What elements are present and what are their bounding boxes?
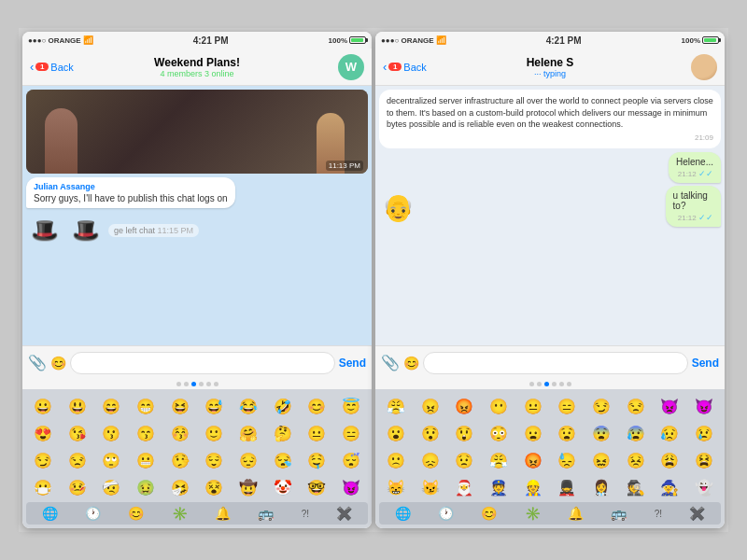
emoji-24[interactable]: 😬 bbox=[129, 447, 162, 473]
r-emoji-6[interactable]: 😑 bbox=[551, 393, 585, 419]
emoji-21[interactable]: 😏 bbox=[26, 447, 60, 473]
emoji-btn-left[interactable]: 😊 bbox=[50, 356, 66, 371]
r-emoji-21[interactable]: 🙁 bbox=[379, 447, 413, 473]
emoji-33[interactable]: 🤕 bbox=[94, 474, 128, 500]
r-emoji-22[interactable]: 😞 bbox=[414, 447, 447, 473]
emoji-tool-asterisk[interactable]: ✳️ bbox=[172, 506, 188, 521]
emoji-13[interactable]: 😗 bbox=[94, 420, 128, 446]
r-emoji-5[interactable]: 😐 bbox=[516, 393, 550, 419]
emoji-14[interactable]: 😙 bbox=[129, 420, 162, 446]
emoji-35[interactable]: 🤧 bbox=[163, 474, 197, 500]
emoji-15[interactable]: 😚 bbox=[163, 420, 197, 446]
r-emoji-29[interactable]: 😩 bbox=[654, 447, 687, 473]
r-emoji-12[interactable]: 😯 bbox=[414, 420, 447, 446]
r-emoji-40[interactable]: 👻 bbox=[687, 474, 721, 500]
r-emoji-13[interactable]: 😲 bbox=[447, 420, 481, 446]
r-emoji-31[interactable]: 😸 bbox=[379, 474, 413, 500]
back-button-right[interactable]: ‹ 1 Back bbox=[383, 60, 427, 74]
send-button-right[interactable]: Send bbox=[692, 357, 719, 370]
emoji-tool-r-globe[interactable]: 🌐 bbox=[395, 506, 411, 521]
emoji-tool-r-bell[interactable]: 🔔 bbox=[568, 506, 584, 521]
emoji-tool-clock[interactable]: 🕐 bbox=[85, 506, 101, 521]
r-emoji-33[interactable]: 🎅 bbox=[447, 474, 481, 500]
emoji-tool-symbols[interactable]: ?! bbox=[302, 509, 309, 519]
emoji-tool-r-face[interactable]: 😊 bbox=[481, 506, 497, 521]
emoji-37[interactable]: 🤠 bbox=[232, 474, 265, 500]
emoji-22[interactable]: 😒 bbox=[61, 447, 94, 473]
emoji-tool-r-car[interactable]: 🚌 bbox=[611, 506, 627, 521]
emoji-tool-r-clock[interactable]: 🕐 bbox=[438, 506, 454, 521]
emoji-7[interactable]: 😂 bbox=[232, 393, 265, 419]
emoji-tool-bell[interactable]: 🔔 bbox=[215, 506, 231, 521]
emoji-1[interactable]: 😀 bbox=[26, 393, 60, 419]
r-emoji-9[interactable]: 👿 bbox=[654, 393, 687, 419]
r-emoji-17[interactable]: 😨 bbox=[585, 420, 618, 446]
emoji-19[interactable]: 😐 bbox=[301, 420, 334, 446]
emoji-30[interactable]: 😴 bbox=[334, 447, 368, 473]
emoji-32[interactable]: 🤒 bbox=[61, 474, 94, 500]
emoji-2[interactable]: 😃 bbox=[61, 393, 94, 419]
message-input-left[interactable] bbox=[70, 352, 335, 374]
r-emoji-38[interactable]: 🕵️ bbox=[619, 474, 653, 500]
r-emoji-8[interactable]: 😒 bbox=[619, 393, 653, 419]
r-emoji-23[interactable]: 😟 bbox=[447, 447, 481, 473]
r-emoji-15[interactable]: 😦 bbox=[516, 420, 550, 446]
emoji-17[interactable]: 🤗 bbox=[232, 420, 265, 446]
r-emoji-14[interactable]: 😳 bbox=[482, 420, 515, 446]
emoji-36[interactable]: 😵 bbox=[198, 474, 232, 500]
r-emoji-16[interactable]: 😧 bbox=[551, 420, 585, 446]
r-emoji-10[interactable]: 😈 bbox=[687, 393, 721, 419]
emoji-18[interactable]: 🤔 bbox=[266, 420, 300, 446]
r-emoji-25[interactable]: 😡 bbox=[516, 447, 550, 473]
emoji-8[interactable]: 🤣 bbox=[266, 393, 300, 419]
emoji-6[interactable]: 😅 bbox=[198, 393, 232, 419]
send-button-left[interactable]: Send bbox=[339, 357, 366, 370]
emoji-5[interactable]: 😆 bbox=[163, 393, 197, 419]
emoji-btn-right[interactable]: 😊 bbox=[403, 356, 419, 371]
attach-icon-left[interactable]: 📎 bbox=[28, 354, 47, 371]
r-emoji-37[interactable]: 👩‍⚕️ bbox=[585, 474, 618, 500]
emoji-tool-car[interactable]: 🚌 bbox=[258, 506, 274, 521]
emoji-23[interactable]: 🙄 bbox=[94, 447, 128, 473]
emoji-26[interactable]: 😌 bbox=[198, 447, 232, 473]
emoji-40[interactable]: 😈 bbox=[334, 474, 368, 500]
r-emoji-35[interactable]: 👷 bbox=[516, 474, 550, 500]
r-emoji-24[interactable]: 😤 bbox=[482, 447, 515, 473]
emoji-28[interactable]: 😪 bbox=[266, 447, 300, 473]
emoji-tool-r-symbols[interactable]: ?! bbox=[655, 509, 662, 519]
r-emoji-1[interactable]: 😤 bbox=[379, 393, 413, 419]
attach-icon-right[interactable]: 📎 bbox=[381, 354, 400, 371]
emoji-31[interactable]: 😷 bbox=[26, 474, 60, 500]
r-emoji-19[interactable]: 😥 bbox=[654, 420, 687, 446]
r-emoji-11[interactable]: 😮 bbox=[379, 420, 413, 446]
emoji-tool-r-asterisk[interactable]: ✳️ bbox=[525, 506, 541, 521]
emoji-tool-globe[interactable]: 🌐 bbox=[42, 506, 58, 521]
emoji-tool-delete[interactable]: ✖️ bbox=[336, 506, 352, 521]
emoji-tool-r-delete[interactable]: ✖️ bbox=[689, 506, 705, 521]
r-emoji-3[interactable]: 😡 bbox=[447, 393, 481, 419]
emoji-4[interactable]: 😁 bbox=[129, 393, 162, 419]
emoji-38[interactable]: 🤡 bbox=[266, 474, 300, 500]
emoji-25[interactable]: 🤥 bbox=[163, 447, 197, 473]
r-emoji-30[interactable]: 😫 bbox=[687, 447, 721, 473]
r-emoji-26[interactable]: 😓 bbox=[551, 447, 585, 473]
emoji-20[interactable]: 😑 bbox=[334, 420, 368, 446]
r-emoji-18[interactable]: 😰 bbox=[619, 420, 653, 446]
emoji-9[interactable]: 😊 bbox=[301, 393, 334, 419]
emoji-29[interactable]: 🤤 bbox=[301, 447, 334, 473]
emoji-tool-face[interactable]: 😊 bbox=[128, 506, 144, 521]
emoji-12[interactable]: 😘 bbox=[61, 420, 94, 446]
r-emoji-4[interactable]: 😶 bbox=[482, 393, 515, 419]
emoji-39[interactable]: 🤓 bbox=[301, 474, 334, 500]
emoji-10[interactable]: 😇 bbox=[334, 393, 368, 419]
r-emoji-39[interactable]: 🧙 bbox=[654, 474, 687, 500]
emoji-3[interactable]: 😄 bbox=[94, 393, 128, 419]
r-emoji-27[interactable]: 😖 bbox=[585, 447, 618, 473]
r-emoji-36[interactable]: 💂 bbox=[551, 474, 585, 500]
emoji-16[interactable]: 🙂 bbox=[198, 420, 232, 446]
emoji-34[interactable]: 🤢 bbox=[129, 474, 162, 500]
r-emoji-28[interactable]: 😣 bbox=[619, 447, 653, 473]
r-emoji-34[interactable]: 👮 bbox=[482, 474, 515, 500]
r-emoji-20[interactable]: 😢 bbox=[687, 420, 721, 446]
r-emoji-7[interactable]: 😏 bbox=[585, 393, 618, 419]
